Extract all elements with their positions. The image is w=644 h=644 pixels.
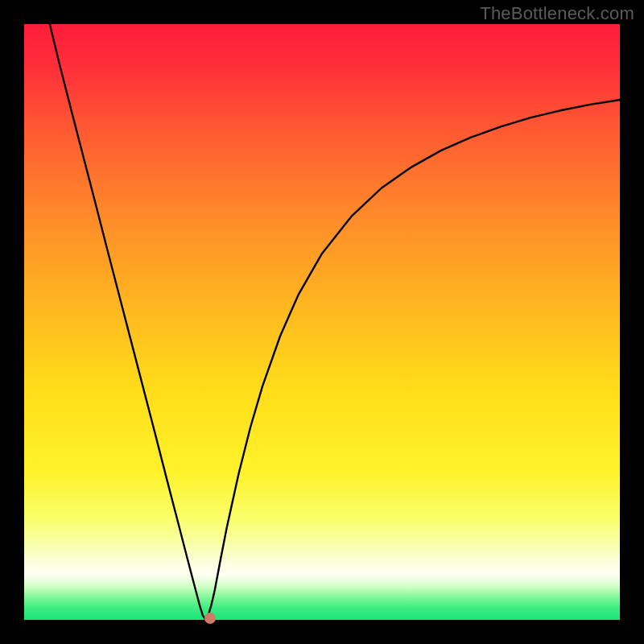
optimum-marker bbox=[204, 613, 216, 624]
watermark-text: TheBottleneck.com bbox=[480, 3, 634, 24]
bottleneck-curve bbox=[24, 24, 620, 620]
plot-frame bbox=[24, 24, 620, 620]
